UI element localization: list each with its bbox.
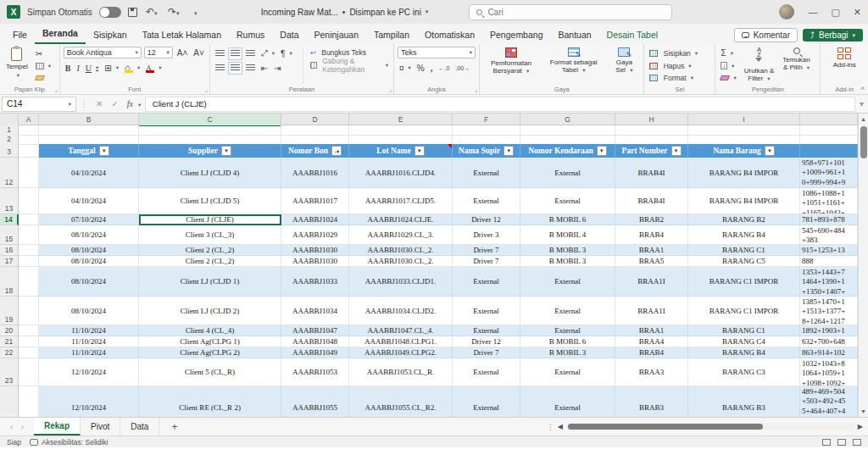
font-color-button[interactable]: A▾ bbox=[144, 62, 163, 74]
empty-cell[interactable] bbox=[19, 347, 39, 358]
row-header-16[interactable]: 16 bbox=[0, 245, 19, 256]
align-top-button[interactable] bbox=[214, 47, 226, 59]
data-cell[interactable]: BARANG C5 bbox=[688, 256, 800, 267]
quantity-cell[interactable]: 545+690+484+383 bbox=[800, 225, 858, 245]
data-cell[interactable]: AAABBJ1016.CLJD4. bbox=[349, 158, 453, 188]
fill-button[interactable]: ↓▾ bbox=[719, 60, 737, 72]
data-cell[interactable]: External bbox=[453, 386, 520, 417]
empty-cell[interactable] bbox=[19, 256, 39, 267]
row-header-22[interactable]: 22 bbox=[0, 347, 19, 358]
collapse-ribbon-icon[interactable]: ˄ bbox=[860, 85, 865, 92]
column-header-partial[interactable] bbox=[800, 114, 858, 126]
saved-status[interactable]: Disimpan ke PC ini bbox=[349, 8, 420, 17]
save-icon[interactable] bbox=[128, 8, 137, 17]
format-cells-button[interactable]: Format▾ bbox=[648, 72, 699, 84]
table-column-header-nomor-kendaraan[interactable]: Nomor Kendaraan▼ bbox=[520, 144, 615, 158]
scroll-left-icon[interactable]: ◀ bbox=[558, 423, 563, 430]
conditional-formatting-button[interactable]: PemformatanBersyarat ▾ bbox=[488, 47, 534, 84]
text-direction-button[interactable]: ¶▾ bbox=[279, 47, 294, 59]
filter-sort-button[interactable]: ↓▾ bbox=[331, 146, 342, 156]
scrollbar-thumb[interactable] bbox=[860, 126, 867, 158]
next-sheet-icon[interactable]: › bbox=[21, 423, 24, 431]
data-cell[interactable]: External bbox=[520, 267, 615, 297]
filter-button[interactable]: ▼ bbox=[597, 146, 607, 156]
formula-input[interactable]: Client J (CLJE) bbox=[145, 97, 855, 112]
data-cell[interactable]: BRAA5 bbox=[615, 256, 688, 267]
scroll-up-icon[interactable]: ▲ bbox=[860, 114, 866, 125]
data-cell[interactable]: BARANG C1 IMPOR bbox=[688, 297, 800, 325]
paste-button[interactable]: Tempel▾ bbox=[3, 47, 31, 84]
excel-logo-icon[interactable]: X bbox=[7, 5, 20, 19]
data-cell[interactable]: AAABBJ1033.CLJD1. bbox=[349, 267, 453, 297]
data-cell[interactable]: Client RE (CL_R 2) bbox=[139, 386, 281, 417]
data-cell[interactable]: BRAA3 bbox=[615, 358, 688, 386]
row-header-12[interactable]: 12 bbox=[0, 158, 19, 188]
data-cell[interactable]: AAABBJ1029 bbox=[281, 225, 349, 245]
customize-toolbar-icon[interactable]: ▾ bbox=[188, 6, 203, 18]
ribbon-tab-beranda[interactable]: Beranda bbox=[35, 25, 86, 44]
column-header-A[interactable]: A bbox=[19, 114, 39, 126]
column-header-H[interactable]: H bbox=[615, 114, 688, 126]
data-cell[interactable]: Driver 12 bbox=[453, 336, 520, 347]
table-column-header-lot-name[interactable]: Lot Name▼ bbox=[349, 144, 453, 158]
sheet-tab-data[interactable]: Data bbox=[120, 418, 159, 436]
table-column-header-supplier[interactable]: Supplier▼ bbox=[139, 144, 281, 158]
ribbon-tab-pengembang[interactable]: Pengembang bbox=[482, 26, 550, 44]
ribbon-tab-file[interactable]: File bbox=[5, 26, 35, 44]
quantity-cell[interactable]: 1032+1043+81064+1059+1+1098+1092+ bbox=[800, 358, 858, 386]
quantity-cell[interactable]: 781+893+878 bbox=[800, 214, 858, 225]
column-header-I[interactable]: I bbox=[688, 114, 800, 126]
data-cell[interactable]: BRAB4 bbox=[615, 347, 688, 358]
empty-cell[interactable] bbox=[19, 158, 39, 188]
increase-indent-button[interactable]: ⇥ bbox=[272, 62, 282, 74]
row-header-3[interactable]: 3 bbox=[0, 144, 19, 158]
autosum-button[interactable]: Σ▾ bbox=[719, 47, 737, 59]
data-cell[interactable]: External bbox=[520, 188, 615, 214]
row-header-21[interactable]: 21 bbox=[0, 336, 19, 347]
ribbon-tab-tata-letak-halaman[interactable]: Tata Letak Halaman bbox=[135, 26, 229, 44]
empty-cell[interactable] bbox=[19, 297, 39, 325]
quantity-cell[interactable]: 489+469+504+503+492+455+464+407+483+481+… bbox=[800, 386, 858, 417]
empty-cell[interactable] bbox=[19, 336, 39, 347]
ribbon-tab-desain-tabel[interactable]: Desain Tabel bbox=[599, 26, 666, 44]
cut-button[interactable]: ✂ bbox=[34, 48, 53, 59]
minimize-button[interactable]: — bbox=[808, 7, 817, 17]
data-cell[interactable]: B MOBIL 3 bbox=[520, 245, 615, 256]
data-cell[interactable]: 11/10/2024 bbox=[39, 336, 139, 347]
cell-styles-button[interactable]: ✎ GayaSel ▾ bbox=[613, 47, 635, 84]
decrease-decimal-button[interactable]: .00→ bbox=[453, 62, 471, 74]
data-cell[interactable]: External bbox=[520, 158, 615, 188]
quantity-cell[interactable]: 1385+1470+1+1513+1377+8+1264+1217 bbox=[800, 297, 858, 325]
column-header-G[interactable]: G bbox=[520, 114, 615, 126]
data-cell[interactable]: BRAB4I bbox=[615, 188, 688, 214]
share-button[interactable]: ⤴ Berbagi ▾ bbox=[803, 29, 863, 42]
data-cell[interactable]: External bbox=[520, 358, 615, 386]
data-cell[interactable]: BRAA4 bbox=[615, 336, 688, 347]
name-box[interactable]: C14▾ bbox=[2, 97, 76, 112]
data-cell[interactable]: AAABBJ1024.CLJE. bbox=[349, 214, 453, 225]
data-cell[interactable]: BARANG C4 bbox=[688, 336, 800, 347]
horizontal-scrollbar[interactable] bbox=[566, 423, 854, 430]
column-header-E[interactable]: E bbox=[349, 114, 453, 126]
data-cell[interactable]: Client 2 (CL_2) bbox=[139, 256, 281, 267]
data-cell[interactable]: 04/10/2024 bbox=[39, 188, 139, 214]
merge-center-button[interactable]: Gabung & Ketengahkan▾ bbox=[309, 59, 390, 71]
column-header-C[interactable]: C bbox=[139, 114, 281, 126]
data-cell[interactable]: AAABBJ1053 bbox=[281, 358, 349, 386]
filter-button[interactable]: ▼ bbox=[671, 146, 682, 156]
data-cell[interactable]: 08/10/2024 bbox=[39, 225, 139, 245]
prev-sheet-icon[interactable]: ‹ bbox=[10, 423, 13, 431]
data-cell[interactable]: Driver 7 bbox=[453, 347, 520, 358]
percent-style-button[interactable]: % bbox=[415, 62, 426, 74]
data-cell[interactable]: External bbox=[453, 297, 520, 325]
data-cell[interactable]: AAABBJ1034.CLJD2. bbox=[349, 297, 453, 325]
table-column-header-quantity-partial[interactable] bbox=[800, 144, 858, 158]
data-cell[interactable]: Client 2 (CL_2) bbox=[139, 245, 281, 256]
data-cell[interactable]: BARANG B3 bbox=[688, 386, 800, 417]
data-cell[interactable]: AAABBJ1055.CL_R2. bbox=[349, 386, 453, 417]
quantity-cell[interactable]: 888 bbox=[800, 256, 858, 267]
row-header-19[interactable]: 19 bbox=[0, 297, 19, 325]
data-cell[interactable]: External bbox=[453, 188, 520, 214]
data-cell[interactable]: AAABBJ1024 bbox=[281, 214, 349, 225]
delete-cells-button[interactable]: Hapus▾ bbox=[648, 60, 699, 72]
